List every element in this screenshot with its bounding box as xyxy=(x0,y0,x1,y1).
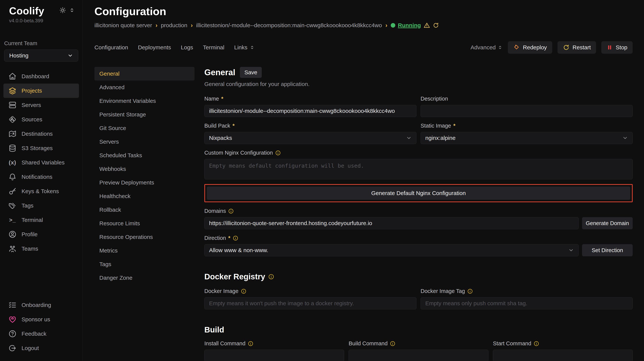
breadcrumb-resource[interactable]: illicitestonion/-module--decomposition:m… xyxy=(196,22,382,29)
sidebar-item-dashboard[interactable]: Dashboard xyxy=(4,69,79,84)
info-icon[interactable] xyxy=(467,288,473,294)
sidebar-item-notifications[interactable]: Notifications xyxy=(4,170,79,184)
save-button[interactable]: Save xyxy=(240,67,262,78)
sidebar-item-label: Feedback xyxy=(22,330,46,337)
redeploy-button[interactable]: Redeploy xyxy=(508,41,552,54)
info-icon[interactable] xyxy=(228,208,234,214)
layers-icon xyxy=(8,87,16,95)
chevron-down-icon xyxy=(622,135,628,141)
breadcrumb-project[interactable]: illicitonion quote server xyxy=(94,22,152,29)
description-input[interactable] xyxy=(420,105,633,117)
build-pack-label: Build Pack xyxy=(204,123,230,129)
set-direction-button[interactable]: Set Direction xyxy=(582,244,633,256)
subnav-scheduled-tasks[interactable]: Scheduled Tasks xyxy=(94,149,194,162)
build-command-input[interactable] xyxy=(349,350,488,361)
name-input[interactable] xyxy=(204,105,416,117)
subnav-preview-deployments[interactable]: Preview Deployments xyxy=(94,176,194,189)
subnav-general[interactable]: General xyxy=(94,67,194,81)
sidebar-item-label: Sources xyxy=(22,116,42,123)
subnav-environment-variables[interactable]: Environment Variables xyxy=(94,94,194,108)
subnav-metrics[interactable]: Metrics xyxy=(94,244,194,257)
sidebar-item-sources[interactable]: Sources xyxy=(4,112,79,127)
updown-icon xyxy=(250,45,254,50)
static-image-select[interactable]: nginx:alpine xyxy=(420,132,633,144)
breadcrumb-separator: › xyxy=(156,22,158,29)
direction-value: Allow www & non-www. xyxy=(209,247,268,253)
sidebar-item-destinations[interactable]: Destinations xyxy=(4,127,79,141)
sidebar-item-label: Shared Variables xyxy=(22,159,64,166)
tags-icon xyxy=(8,201,16,210)
tab-links[interactable]: Links xyxy=(234,44,254,51)
start-command-input[interactable] xyxy=(493,350,633,361)
generate-domain-button[interactable]: Generate Domain xyxy=(582,217,633,229)
sidebar-item-onboarding[interactable]: Onboarding xyxy=(4,298,79,312)
sidebar-item-keys-tokens[interactable]: Keys & Tokens xyxy=(4,184,79,198)
generate-nginx-config-button[interactable]: Generate Default Nginx Configuration xyxy=(207,187,630,200)
info-icon[interactable] xyxy=(390,341,396,346)
info-icon[interactable] xyxy=(268,274,274,280)
required-asterisk: * xyxy=(232,123,234,129)
info-icon[interactable] xyxy=(241,288,246,294)
team-select-value: Hosting xyxy=(9,52,28,59)
warning-icon[interactable] xyxy=(424,22,430,29)
sidebar-item-label: Logout xyxy=(22,345,39,351)
install-command-input[interactable] xyxy=(204,350,344,361)
docker-image-tag-input[interactable] xyxy=(420,297,633,309)
build-command-label: Build Command xyxy=(349,340,388,347)
current-team-label: Current Team xyxy=(4,40,82,47)
direction-label: Direction xyxy=(204,235,226,241)
sidebar-item-logout[interactable]: Logout xyxy=(4,341,79,355)
stop-button[interactable]: Stop xyxy=(601,41,633,54)
reload-icon[interactable] xyxy=(433,22,439,29)
sidebar-item-s3-storages[interactable]: S3 Storages xyxy=(4,141,79,155)
info-icon[interactable] xyxy=(248,341,254,346)
tab-logs[interactable]: Logs xyxy=(181,44,193,51)
nginx-config-textarea[interactable] xyxy=(204,159,633,179)
sidebar-item-tags[interactable]: Tags xyxy=(4,198,79,213)
subnav-resource-limits[interactable]: Resource Limits xyxy=(94,217,194,230)
tab-terminal[interactable]: Terminal xyxy=(203,44,224,51)
redeploy-icon xyxy=(513,44,520,51)
info-icon[interactable] xyxy=(534,341,539,346)
subnav-rollback[interactable]: Rollback xyxy=(94,203,194,217)
info-icon[interactable] xyxy=(233,235,238,241)
sidebar-item-feedback[interactable]: Feedback xyxy=(4,326,79,341)
sidebar-item-sponsor-us[interactable]: Sponsor us xyxy=(4,312,79,326)
restart-button[interactable]: Restart xyxy=(558,41,596,54)
sidebar-item-projects[interactable]: Projects xyxy=(4,84,79,98)
sidebar-item-teams[interactable]: Teams xyxy=(4,242,79,256)
sun-icon[interactable] xyxy=(59,7,66,14)
build-pack-select[interactable]: Nixpacks xyxy=(204,132,416,144)
sidebar-item-terminal[interactable]: >_Terminal xyxy=(4,213,79,227)
advanced-toggle[interactable]: Advanced xyxy=(470,44,502,51)
subnav-webhooks[interactable]: Webhooks xyxy=(94,162,194,176)
team-select[interactable]: Hosting xyxy=(4,50,78,62)
tab-deployments[interactable]: Deployments xyxy=(138,44,171,51)
subnav-danger-zone[interactable]: Danger Zone xyxy=(94,271,194,285)
required-asterisk: * xyxy=(228,235,230,241)
sidebar-item-label: Tags xyxy=(22,202,34,209)
direction-select[interactable]: Allow www & non-www. xyxy=(204,244,579,256)
breadcrumb-environment[interactable]: production xyxy=(161,22,187,29)
chevron-down-icon xyxy=(68,53,73,58)
subnav-healthcheck[interactable]: Healthcheck xyxy=(94,189,194,203)
docker-registry-heading: Docker Registry xyxy=(204,272,265,281)
subnav-persistent-storage[interactable]: Persistent Storage xyxy=(94,108,194,121)
sidebar-item-servers[interactable]: Servers xyxy=(4,98,79,112)
tab-configuration[interactable]: Configuration xyxy=(94,44,128,51)
theme-updown-icon[interactable] xyxy=(69,7,75,13)
redeploy-label: Redeploy xyxy=(523,44,547,51)
subnav-tags[interactable]: Tags xyxy=(94,257,194,271)
sidebar-item-shared-variables[interactable]: (x)Shared Variables xyxy=(4,155,79,170)
status-label[interactable]: Running xyxy=(398,22,421,29)
docker-image-tag-label: Docker Image Tag xyxy=(420,288,465,294)
subnav-git-source[interactable]: Git Source xyxy=(94,121,194,135)
subnav-servers[interactable]: Servers xyxy=(94,135,194,149)
domains-input[interactable] xyxy=(204,217,579,229)
subnav-resource-operations[interactable]: Resource Operations xyxy=(94,230,194,244)
docker-image-input[interactable] xyxy=(204,297,416,309)
info-icon[interactable] xyxy=(275,150,281,156)
sidebar-item-profile[interactable]: Profile xyxy=(4,227,79,242)
subnav-advanced[interactable]: Advanced xyxy=(94,81,194,94)
breadcrumb: illicitonion quote server › production ›… xyxy=(94,22,633,29)
